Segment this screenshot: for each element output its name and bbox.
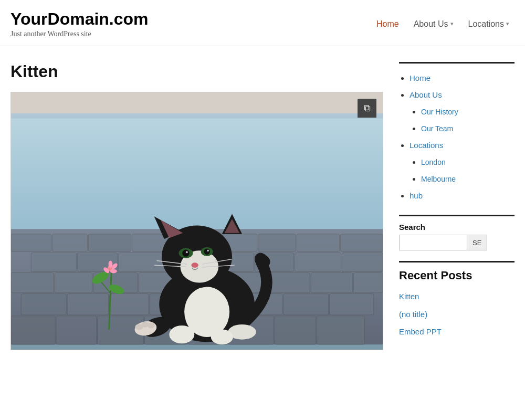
svg-point-59 <box>182 249 189 256</box>
search-button[interactable]: SE <box>467 235 487 250</box>
sidebar-nav-about-link[interactable]: About Us <box>410 90 442 99</box>
nav-locations[interactable]: Locations ▾ <box>463 17 515 31</box>
svg-rect-34 <box>284 294 329 315</box>
svg-point-75 <box>142 321 149 327</box>
expand-button[interactable]: ⧉ <box>358 99 376 118</box>
svg-rect-27 <box>354 272 383 292</box>
sidebar-recent-posts-section: Recent Posts Kitten (no title) Embed PPT <box>399 261 514 341</box>
chevron-down-icon: ▾ <box>506 20 509 27</box>
svg-point-79 <box>211 330 233 345</box>
post-image-top-bar <box>11 92 383 113</box>
svg-rect-17 <box>295 253 341 271</box>
svg-rect-20 <box>55 272 92 292</box>
chevron-down-icon: ▾ <box>450 20 454 27</box>
sidebar-nav-london[interactable]: London <box>421 154 514 171</box>
recent-post-2[interactable]: Embed PPT <box>399 323 514 341</box>
sidebar-nav-our-team-link[interactable]: Our Team <box>421 124 453 133</box>
recent-post-0-link[interactable]: Kitten <box>399 292 419 301</box>
svg-point-78 <box>169 326 194 343</box>
svg-rect-9 <box>297 234 339 251</box>
sidebar-nav-locations-sub: London Melbourne <box>410 154 514 187</box>
sidebar-nav-our-team[interactable]: Our Team <box>421 120 514 137</box>
sidebar-nav-list: Home About Us Our History Our Team Locat… <box>399 70 514 204</box>
svg-rect-4 <box>88 234 131 251</box>
recent-post-1-link[interactable]: (no title) <box>399 310 427 319</box>
sidebar-nav-home[interactable]: Home <box>410 70 514 87</box>
svg-rect-29 <box>67 294 108 315</box>
svg-rect-13 <box>119 253 166 271</box>
sidebar-nav-melbourne[interactable]: Melbourne <box>421 171 514 187</box>
sidebar-nav-london-link[interactable]: London <box>421 158 446 166</box>
svg-rect-2 <box>11 234 51 251</box>
svg-rect-43 <box>317 316 365 345</box>
search-input[interactable] <box>399 235 467 250</box>
svg-rect-11 <box>31 253 76 271</box>
sidebar-nav-hub-link[interactable]: hub <box>410 191 423 200</box>
sidebar-nav-locations-link[interactable]: Locations <box>410 141 443 150</box>
post-image-wrap: ⧉ <box>10 92 383 350</box>
sidebar-nav-locations[interactable]: Locations London Melbourne <box>410 137 514 187</box>
svg-point-61 <box>186 251 188 253</box>
sidebar-nav-about-sub: Our History Our Team <box>410 103 514 137</box>
sidebar-search-section: Search SE <box>399 215 514 250</box>
sidebar-nav-melbourne-link[interactable]: Melbourne <box>421 175 456 183</box>
svg-point-62 <box>207 249 209 251</box>
sidebar-nav-about[interactable]: About Us Our History Our Team <box>410 87 514 137</box>
sidebar: Home About Us Our History Our Team Locat… <box>399 62 514 351</box>
svg-rect-3 <box>52 234 87 251</box>
nav-about-us[interactable]: About Us ▾ <box>408 17 459 31</box>
svg-rect-18 <box>342 253 383 271</box>
nav-home[interactable]: Home <box>371 17 404 31</box>
site-tagline: Just another WordPress site <box>10 30 371 38</box>
sidebar-nav-hub[interactable]: hub <box>410 187 514 204</box>
sidebar-recent-posts-divider <box>399 261 514 262</box>
svg-rect-10 <box>341 234 383 251</box>
primary-nav: Home About Us ▾ Locations ▾ <box>371 17 514 31</box>
sidebar-search-divider <box>399 215 514 216</box>
svg-point-51 <box>110 269 117 274</box>
main-wrapper: Kitten ⧉ <box>0 46 525 362</box>
recent-posts-list: Kitten (no title) Embed PPT <box>399 288 514 341</box>
sidebar-nav-our-history-link[interactable]: Our History <box>421 108 458 116</box>
kitten-image <box>11 113 383 350</box>
content-area: Kitten ⧉ <box>10 62 383 351</box>
sidebar-divider <box>399 62 514 64</box>
recent-post-0[interactable]: Kitten <box>399 288 514 306</box>
svg-rect-30 <box>110 294 149 315</box>
sidebar-nav-our-history[interactable]: Our History <box>421 103 514 120</box>
svg-rect-25 <box>267 272 310 292</box>
site-header: YourDomain.com Just another WordPress si… <box>0 0 525 46</box>
sidebar-nav-section: Home About Us Our History Our Team Locat… <box>399 62 514 204</box>
post-title: Kitten <box>10 62 383 81</box>
search-label: Search <box>399 223 514 232</box>
svg-rect-8 <box>258 234 296 251</box>
svg-point-76 <box>148 322 154 328</box>
svg-rect-19 <box>11 272 54 292</box>
svg-rect-26 <box>311 272 352 292</box>
recent-posts-title: Recent Posts <box>399 269 514 282</box>
site-title[interactable]: YourDomain.com <box>10 9 371 29</box>
search-row: SE <box>399 235 514 250</box>
svg-rect-36 <box>11 316 55 345</box>
kitten-svg <box>11 113 383 350</box>
svg-rect-35 <box>330 294 374 315</box>
svg-rect-28 <box>21 294 66 315</box>
sidebar-nav-home-link[interactable]: Home <box>410 74 430 82</box>
svg-rect-42 <box>275 316 316 345</box>
svg-rect-37 <box>56 316 97 345</box>
site-branding: YourDomain.com Just another WordPress si… <box>10 9 371 38</box>
svg-point-63 <box>191 262 198 268</box>
recent-post-2-link[interactable]: Embed PPT <box>399 327 442 336</box>
svg-point-60 <box>204 249 209 255</box>
recent-post-1[interactable]: (no title) <box>399 306 514 323</box>
